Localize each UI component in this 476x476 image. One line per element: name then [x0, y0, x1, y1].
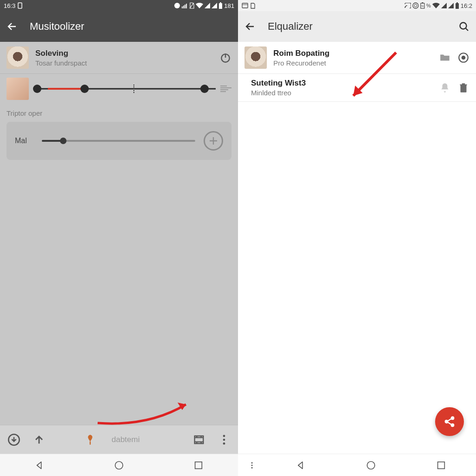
- nav-home-icon[interactable]: [114, 460, 124, 470]
- svg-point-1: [174, 3, 180, 8]
- waveform-slider-row: [0, 74, 238, 106]
- svg-rect-4: [185, 5, 185, 8]
- nav-home-icon[interactable]: [366, 460, 376, 470]
- list-item-2[interactable]: Suteting Wist3 Minlded ttreo: [238, 74, 476, 102]
- track-subtitle: Tosar fundrspact: [35, 59, 213, 67]
- track-thumbnail: [7, 46, 29, 69]
- sd-icon: [250, 3, 255, 9]
- svg-point-37: [462, 56, 465, 60]
- bottom-bar: dabtemi: [0, 425, 238, 454]
- cell-icon: [205, 3, 210, 8]
- nav-bar-right: [238, 454, 476, 476]
- svg-rect-30: [422, 2, 423, 3]
- svg-rect-2: [182, 7, 183, 8]
- item-subtitle: Pro Recurodenet: [273, 59, 432, 67]
- track-title: Soleving: [35, 49, 213, 58]
- back-icon[interactable]: [7, 21, 18, 32]
- multi-knob-slider[interactable]: [33, 79, 216, 98]
- bell-icon[interactable]: [439, 82, 451, 94]
- svg-rect-7: [219, 3, 222, 9]
- slider-thumbnail: [7, 78, 29, 100]
- bottom-label: dabtemi: [112, 435, 139, 444]
- cell-icon: [441, 3, 447, 8]
- nav-bar-left: [0, 454, 238, 476]
- status-bar-right: % % 16:2: [238, 0, 476, 11]
- sim-icon: [17, 2, 23, 9]
- svg-line-35: [466, 28, 468, 31]
- battery-icon: [218, 2, 223, 9]
- add-button[interactable]: [204, 131, 223, 151]
- svg-line-42: [448, 422, 452, 424]
- nav-recent-icon[interactable]: [193, 460, 204, 470]
- pin-icon[interactable]: [84, 433, 97, 446]
- item-title: Suteting Wist3: [251, 79, 432, 88]
- panel-label: Mal: [15, 137, 33, 145]
- signal-bars-icon: [182, 3, 187, 8]
- svg-text:%: %: [421, 5, 424, 7]
- toolbar-title: Musitoolizer: [30, 20, 84, 33]
- svg-point-23: [223, 442, 225, 444]
- back-icon[interactable]: [245, 21, 256, 32]
- battery-pct-icon: %: [420, 2, 425, 9]
- volume-slider[interactable]: [42, 135, 195, 146]
- cast-icon: [404, 3, 411, 8]
- more-icon[interactable]: [218, 433, 231, 446]
- svg-rect-0: [18, 3, 22, 8]
- wifi-icon: [432, 3, 440, 8]
- share-fab[interactable]: [435, 407, 464, 436]
- trash-icon[interactable]: [457, 82, 469, 94]
- svg-rect-47: [437, 462, 444, 469]
- svg-rect-5: [186, 4, 187, 8]
- download-icon[interactable]: [7, 433, 20, 446]
- svg-point-28: [413, 3, 418, 8]
- battery-icon: [455, 2, 459, 9]
- svg-rect-32: [456, 3, 459, 9]
- power-icon[interactable]: [219, 52, 231, 64]
- svg-rect-25: [195, 462, 202, 469]
- search-icon[interactable]: [458, 21, 469, 32]
- clock: 16:2: [461, 2, 472, 9]
- nav-back-icon[interactable]: [296, 460, 306, 470]
- svg-rect-8: [220, 2, 221, 3]
- section-caption: Triptor oper: [0, 106, 238, 122]
- toolbar-right: Elqualizer: [238, 11, 476, 42]
- toolbar-left: Musitoolizer: [0, 11, 238, 42]
- target-icon[interactable]: [457, 52, 469, 64]
- svg-rect-33: [456, 2, 458, 3]
- svg-point-43: [251, 462, 253, 463]
- svg-point-34: [460, 23, 467, 29]
- svg-point-44: [251, 464, 253, 466]
- list-item-1[interactable]: Roim Bopating Pro Recurodenet: [238, 42, 476, 74]
- wifi-icon: [196, 3, 203, 8]
- no-sim-icon: [189, 2, 194, 9]
- card-icon: [242, 3, 248, 8]
- folder-icon[interactable]: [439, 52, 451, 64]
- nav-back-icon[interactable]: [34, 460, 45, 470]
- film-icon[interactable]: [192, 433, 205, 446]
- track-row-1[interactable]: Soleving Tosar fundrspact: [0, 42, 238, 74]
- visualizer-icon: [220, 86, 231, 92]
- battery-pct: 181: [224, 2, 234, 9]
- item-title: Roim Bopating: [273, 49, 432, 58]
- sync-icon: [412, 2, 419, 9]
- nav-recent-icon[interactable]: [436, 460, 446, 470]
- svg-point-45: [251, 467, 253, 468]
- svg-point-46: [367, 461, 375, 469]
- cell2-icon: [448, 3, 454, 8]
- status-bar-left: 16:3 181: [0, 0, 238, 11]
- clock: 16:3: [4, 2, 15, 9]
- toolbar-title: Elqualizer: [268, 20, 313, 33]
- item-thumbnail: [245, 46, 267, 69]
- upload-icon[interactable]: [33, 433, 46, 446]
- svg-point-24: [115, 461, 123, 469]
- svg-rect-26: [242, 3, 248, 8]
- cell2-icon: [212, 3, 217, 8]
- volume-panel: Mal: [7, 122, 231, 160]
- face-icon: [174, 2, 180, 9]
- nav-menu-icon[interactable]: [238, 461, 266, 469]
- svg-point-21: [223, 435, 225, 437]
- item-subtitle: Minlded ttreo: [251, 89, 432, 97]
- svg-line-41: [448, 419, 452, 421]
- svg-rect-3: [183, 6, 184, 8]
- svg-point-22: [223, 438, 225, 441]
